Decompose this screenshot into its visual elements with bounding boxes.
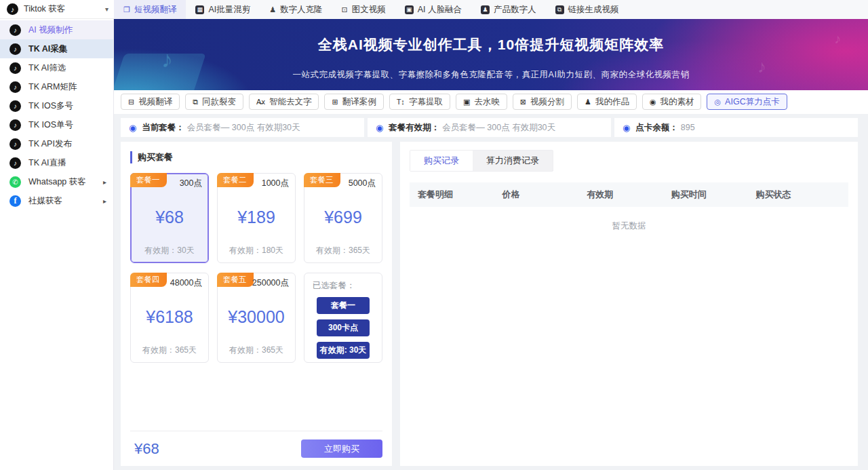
tab-consumption-records[interactable]: 算力消费记录 — [473, 151, 553, 171]
brand-switcher[interactable]: ♪ Tiktok 获客 ▾ — [0, 0, 114, 19]
sidebar-item-whatsapp[interactable]: ✆ Whatsapp 获客 ▸ — [0, 172, 113, 191]
sidebar-item-ai-video-create[interactable]: ♪ AI 视频制作 — [0, 20, 113, 39]
points-balance-status: ◉ 点卡余额： 895 — [614, 118, 858, 137]
selected-package-validity-tag[interactable]: 有效期: 30天 — [317, 342, 370, 359]
col-validity: 有效期 — [587, 189, 671, 201]
tiktok-icon: ♪ — [9, 157, 21, 169]
tool-label: 去水映 — [474, 96, 500, 108]
sidebar-item-label: TK AI筛选 — [28, 62, 106, 74]
subtitle-extract-button[interactable]: T↕ 字幕提取 — [389, 94, 450, 110]
tiktok-icon: ♪ — [9, 138, 21, 150]
records-tabs: 购买记录 算力消费记录 — [410, 150, 553, 172]
tiktok-icon: ♪ — [9, 43, 21, 55]
records-panel: 购买记录 算力消费记录 套餐明细 价格 有效期 购买时间 购买状态 暂无数据 — [400, 142, 858, 466]
tiktok-icon: ♪ — [9, 81, 21, 93]
tool-label: 翻译案例 — [342, 96, 376, 108]
fission-icon: ⧉ — [193, 98, 198, 106]
sidebar-item-tk-api-publish[interactable]: ♪ TK API发布 — [0, 134, 113, 153]
tab-short-video-translate[interactable]: ❐ 短视频翻译 — [114, 0, 186, 19]
package-price: ¥699 — [304, 208, 382, 227]
section-title: 购买套餐 — [130, 151, 382, 163]
buy-now-button[interactable]: 立即购买 — [301, 439, 382, 458]
video-translate-button[interactable]: ⊟ 视频翻译 — [121, 94, 180, 110]
sidebar-item-social-media[interactable]: f 社媒获客 ▸ — [0, 191, 113, 210]
watermark-icon: ▣ — [463, 98, 470, 106]
sidebar-item-label: Whatsapp 获客 — [28, 176, 103, 188]
tab-purchase-records[interactable]: 购买记录 — [410, 151, 473, 171]
subtitle-extract-icon: T↕ — [397, 98, 405, 106]
tool-label: AIGC算力点卡 — [725, 96, 780, 108]
package-card-1[interactable]: 套餐一 300点 ¥68 有效期：30天 — [130, 173, 209, 263]
col-purchase-time: 购买时间 — [671, 189, 756, 201]
sidebar-item-tk-ios-single[interactable]: ♪ TK IOS单号 — [0, 115, 113, 134]
sidebar-item-label: TK IOS单号 — [28, 119, 106, 131]
sidebar-item-label: TK AI采集 — [28, 43, 106, 55]
my-assets-button[interactable]: ◉ 我的素材 — [642, 94, 702, 110]
product-human-tab-icon: ♟ — [481, 5, 490, 14]
tool-label: 我的素材 — [660, 96, 694, 108]
selected-package-points-tag[interactable]: 300卡点 — [317, 319, 370, 336]
same-style-fission-button[interactable]: ⧉ 同款裂变 — [185, 94, 243, 110]
tool-label: 智能去文字 — [269, 96, 312, 108]
tab-digital-human-clone[interactable]: ♟ 数字人克隆 — [260, 0, 332, 19]
package-validity: 有效期：365天 — [304, 245, 382, 256]
package-badge: 套餐五 — [217, 273, 254, 287]
tab-product-digital-human[interactable]: ♟ 产品数字人 — [471, 0, 546, 19]
remove-text-icon: A̶x — [256, 98, 265, 106]
points-card-icon: ◎ — [714, 98, 721, 106]
tiktok-icon: ♪ — [9, 24, 21, 36]
tab-ai-batch-mix[interactable]: ▦ AI批量混剪 — [186, 0, 260, 19]
package-points: 250000点 — [252, 277, 289, 289]
video-split-button[interactable]: ⊠ 视频分割 — [513, 94, 572, 110]
cases-icon: ⊞ — [332, 98, 338, 106]
purchase-panel: 购买套餐 套餐一 300点 ¥68 有效期：30天 套餐二 1000点 ¥189 — [121, 142, 392, 466]
my-works-button[interactable]: ♟ 我的作品 — [577, 94, 637, 110]
hero-subtitle: 一站式完成视频字幕提取、字幕擦除和多角色克隆配音等，真正用AI助力短剧、商家的全… — [114, 69, 868, 81]
tab-label: 图文视频 — [352, 4, 386, 16]
aigc-points-card-button[interactable]: ◎ AIGC算力点卡 — [707, 94, 787, 110]
smart-remove-text-button[interactable]: A̶x 智能去文字 — [249, 94, 319, 110]
tool-label: 同款裂变 — [202, 96, 236, 108]
package-card-3[interactable]: 套餐三 5000点 ¥699 有效期：365天 — [304, 173, 382, 263]
chevron-right-icon: ▸ — [103, 197, 106, 205]
translate-cases-button[interactable]: ⊞ 翻译案例 — [324, 94, 383, 110]
tab-image-text-video[interactable]: ⊡ 图文视频 — [332, 0, 395, 19]
current-plan-status: ◉ 当前套餐： 会员套餐— 300点 有效期30天 — [121, 118, 364, 137]
hero-illustration — [114, 54, 206, 90]
package-card-4[interactable]: 套餐四 48000点 ¥6188 有效期：365天 — [130, 273, 209, 363]
status-value: 会员套餐— 300点 有效期30天 — [442, 122, 555, 134]
sidebar-item-label: 社媒获客 — [28, 195, 103, 207]
tool-label: 视频分割 — [530, 96, 564, 108]
package-points: 300点 — [180, 178, 202, 189]
brand-label: Tiktok 获客 — [24, 3, 105, 15]
package-points: 5000点 — [349, 178, 376, 189]
sidebar-item-tk-ios-multi[interactable]: ♪ TK IOS多号 — [0, 96, 113, 115]
tiktok-icon: ♪ — [9, 119, 21, 131]
face-fusion-tab-icon: ▣ — [405, 5, 414, 14]
remove-watermark-button[interactable]: ▣ 去水映 — [456, 94, 507, 110]
package-validity: 有效期：180天 — [218, 245, 295, 256]
my-works-icon: ♟ — [585, 98, 591, 106]
package-badge: 套餐二 — [217, 173, 254, 187]
package-card-2[interactable]: 套餐二 1000点 ¥189 有效期：180天 — [217, 173, 296, 263]
selected-package-summary: 已选套餐： 套餐一 300卡点 有效期: 30天 — [304, 273, 382, 363]
video-split-icon: ⊠ — [520, 98, 526, 106]
package-points: 48000点 — [170, 277, 202, 289]
selected-package-name-tag[interactable]: 套餐一 — [317, 297, 370, 314]
tab-link-generate-video[interactable]: ⧉ 链接生成视频 — [546, 0, 629, 19]
sidebar-item-tk-arm-matrix[interactable]: ♪ TK ARM矩阵 — [0, 77, 113, 96]
sidebar-item-tk-ai-live[interactable]: ♪ TK AI直播 — [0, 153, 113, 172]
status-value: 895 — [681, 123, 695, 132]
sidebar-item-tk-ai-filter[interactable]: ♪ TK AI筛选 — [0, 58, 113, 77]
package-validity: 有效期：365天 — [131, 345, 208, 356]
sidebar-item-tk-ai-collect[interactable]: ♪ TK AI采集 — [0, 39, 113, 58]
package-badge: 套餐一 — [130, 173, 167, 187]
top-bar: ♪ Tiktok 获客 ▾ ❐ 短视频翻译 ▦ AI批量混剪 ♟ 数字人克隆 ⊡… — [0, 0, 868, 19]
package-price: ¥6188 — [131, 307, 208, 327]
tab-ai-face-fusion[interactable]: ▣ AI 人脸融合 — [395, 0, 471, 19]
package-badge: 套餐三 — [304, 173, 340, 187]
package-card-5[interactable]: 套餐五 250000点 ¥30000 有效期：365天 — [217, 273, 296, 363]
chevron-down-icon[interactable]: ▾ — [105, 5, 108, 13]
hero-title: 全栈AI视频专业创作工具，10倍提升短视频矩阵效率 — [114, 35, 868, 54]
status-value: 会员套餐— 300点 有效期30天 — [187, 122, 300, 134]
